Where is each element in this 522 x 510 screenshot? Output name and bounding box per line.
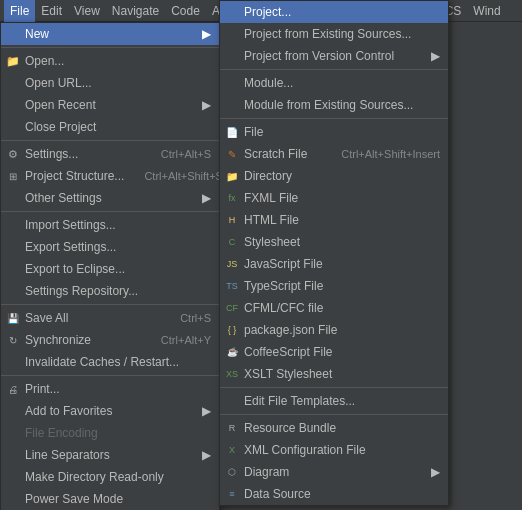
directory-icon: 📁 — [224, 168, 240, 184]
menu-new[interactable]: New ▶ — [1, 23, 219, 45]
menu-open[interactable]: 📁 Open... — [1, 50, 219, 72]
menubar-code[interactable]: Code — [165, 0, 206, 22]
sep4 — [1, 304, 219, 305]
scratch-shortcut: Ctrl+Alt+Shift+Insert — [321, 148, 440, 160]
menubar-navigate[interactable]: Navigate — [106, 0, 165, 22]
menu-module-existing[interactable]: Module from Existing Sources... — [220, 94, 448, 116]
new-arrow: ▶ — [192, 27, 211, 41]
synchronize-shortcut: Ctrl+Alt+Y — [141, 334, 211, 346]
menu-directory[interactable]: 📁 Directory — [220, 165, 448, 187]
menubar-edit[interactable]: Edit — [35, 0, 68, 22]
settings-label: Settings... — [25, 147, 78, 161]
menu-power-save[interactable]: Power Save Mode — [1, 488, 219, 510]
add-favorites-label: Add to Favorites — [25, 404, 112, 418]
menu-settings-repo[interactable]: Settings Repository... — [1, 280, 219, 302]
print-icon: 🖨 — [5, 381, 21, 397]
menu-module[interactable]: Module... — [220, 72, 448, 94]
menu-save-all[interactable]: 💾 Save All Ctrl+S — [1, 307, 219, 329]
menubar-file[interactable]: File — [4, 0, 35, 22]
menu-typescript[interactable]: TS TypeScript File — [220, 275, 448, 297]
menu-javascript[interactable]: JS JavaScript File — [220, 253, 448, 275]
project-structure-shortcut: Ctrl+Alt+Shift+S — [124, 170, 223, 182]
menu-stylesheet[interactable]: C Stylesheet — [220, 231, 448, 253]
diagram-icon: ⬡ — [224, 464, 240, 480]
menubar-view[interactable]: View — [68, 0, 106, 22]
menu-project-vcs[interactable]: Project from Version Control ▶ — [220, 45, 448, 67]
typescript-label: TypeScript File — [244, 279, 323, 293]
menu-diagram[interactable]: ⬡ Diagram ▶ — [220, 461, 448, 483]
js-icon: JS — [224, 256, 240, 272]
project-vcs-label: Project from Version Control — [244, 49, 394, 63]
synchronize-label: Synchronize — [25, 333, 91, 347]
new-sep3 — [220, 387, 448, 388]
make-readonly-label: Make Directory Read-only — [25, 470, 164, 484]
menu-open-recent[interactable]: Open Recent ▶ — [1, 94, 219, 116]
save-all-label: Save All — [25, 311, 68, 325]
xml-icon: X — [224, 442, 240, 458]
other-settings-label: Other Settings — [25, 191, 102, 205]
menu-print[interactable]: 🖨 Print... — [1, 378, 219, 400]
save-all-shortcut: Ctrl+S — [160, 312, 211, 324]
fxml-label: FXML File — [244, 191, 298, 205]
add-favorites-arrow: ▶ — [192, 404, 211, 418]
stylesheet-label: Stylesheet — [244, 235, 300, 249]
menu-scratch[interactable]: ✎ Scratch File Ctrl+Alt+Shift+Insert — [220, 143, 448, 165]
menu-project[interactable]: Project... — [220, 1, 448, 23]
menu-add-favorites[interactable]: Add to Favorites ▶ — [1, 400, 219, 422]
menu-open-url[interactable]: Open URL... — [1, 72, 219, 94]
other-settings-arrow: ▶ — [192, 191, 211, 205]
resource-icon: R — [224, 420, 240, 436]
menu-synchronize[interactable]: ↻ Synchronize Ctrl+Alt+Y — [1, 329, 219, 351]
menu-xml-config[interactable]: X XML Configuration File — [220, 439, 448, 461]
new-sep2 — [220, 118, 448, 119]
resource-bundle-label: Resource Bundle — [244, 421, 336, 435]
menu-xslt[interactable]: XS XSLT Stylesheet — [220, 363, 448, 385]
fxml-icon: fx — [224, 190, 240, 206]
menu-line-separators[interactable]: Line Separators ▶ — [1, 444, 219, 466]
menu-make-readonly[interactable]: Make Directory Read-only — [1, 466, 219, 488]
print-label: Print... — [25, 382, 60, 396]
menu-invalidate[interactable]: Invalidate Caches / Restart... — [1, 351, 219, 373]
css-icon: C — [224, 234, 240, 250]
coffeescript-label: CoffeeScript File — [244, 345, 332, 359]
diagram-arrow: ▶ — [421, 465, 440, 479]
menu-settings[interactable]: ⚙ Settings... Ctrl+Alt+S — [1, 143, 219, 165]
menu-project-existing[interactable]: Project from Existing Sources... — [220, 23, 448, 45]
power-save-label: Power Save Mode — [25, 492, 123, 506]
data-source-label: Data Source — [244, 487, 311, 501]
sync-icon: ↻ — [5, 332, 21, 348]
xslt-icon: XS — [224, 366, 240, 382]
project-vcs-arrow: ▶ — [421, 49, 440, 63]
close-project-label: Close Project — [25, 120, 96, 134]
new-submenu: Project... Project from Existing Sources… — [219, 0, 449, 506]
invalidate-label: Invalidate Caches / Restart... — [25, 355, 179, 369]
menu-html[interactable]: H HTML File — [220, 209, 448, 231]
pkg-icon: { } — [224, 322, 240, 338]
menu-file[interactable]: 📄 File — [220, 121, 448, 143]
edit-templates-label: Edit File Templates... — [244, 394, 355, 408]
menubar-window[interactable]: Wind — [467, 0, 506, 22]
module-existing-label: Module from Existing Sources... — [244, 98, 413, 112]
html-label: HTML File — [244, 213, 299, 227]
menu-resource-bundle[interactable]: R Resource Bundle — [220, 417, 448, 439]
menu-coffeescript[interactable]: ☕ CoffeeScript File — [220, 341, 448, 363]
menu-close-project[interactable]: Close Project — [1, 116, 219, 138]
menu-cfml[interactable]: CF CFML/CFC file — [220, 297, 448, 319]
menu-data-source[interactable]: ≡ Data Source — [220, 483, 448, 505]
menu-other-settings[interactable]: Other Settings ▶ — [1, 187, 219, 209]
menu-import-settings[interactable]: Import Settings... — [1, 214, 219, 236]
menu-package-json[interactable]: { } package.json File — [220, 319, 448, 341]
sep5 — [1, 375, 219, 376]
open-url-label: Open URL... — [25, 76, 92, 90]
html-icon: H — [224, 212, 240, 228]
menu-edit-templates[interactable]: Edit File Templates... — [220, 390, 448, 412]
menu-fxml[interactable]: fx FXML File — [220, 187, 448, 209]
menu-export-settings[interactable]: Export Settings... — [1, 236, 219, 258]
open-recent-label: Open Recent — [25, 98, 96, 112]
menu-project-structure[interactable]: ⊞ Project Structure... Ctrl+Alt+Shift+S — [1, 165, 219, 187]
export-settings-label: Export Settings... — [25, 240, 116, 254]
import-settings-label: Import Settings... — [25, 218, 116, 232]
menu-export-eclipse[interactable]: Export to Eclipse... — [1, 258, 219, 280]
menu-file-encoding[interactable]: File Encoding — [1, 422, 219, 444]
javascript-label: JavaScript File — [244, 257, 323, 271]
